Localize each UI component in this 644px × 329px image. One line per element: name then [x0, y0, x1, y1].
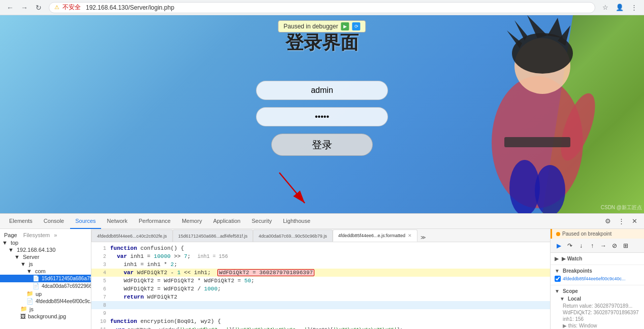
tree-item-file1[interactable]: 📄 15d61712450a686a7f3... 8	[0, 275, 91, 282]
settings-button[interactable]: ⚙	[602, 216, 614, 227]
scope-label: Scope	[563, 288, 578, 294]
tree-item-bg[interactable]: 🖼 background.jpg	[0, 313, 91, 320]
tab-application[interactable]: Application	[208, 214, 246, 229]
watch-expand-icon: ▶	[555, 256, 559, 261]
line-num-1: 1	[93, 246, 106, 251]
address-bar[interactable]: ⚠ 不安全 192.168.64.130/Server/login.php	[49, 2, 595, 13]
tree-expand-js: ▼	[20, 261, 26, 267]
tree-item-top[interactable]: ▼ top	[0, 239, 91, 246]
step-over-button[interactable]: ↷	[565, 241, 575, 251]
login-button[interactable]: 登录	[271, 134, 373, 156]
code-line-7: 7 return WdFDiQkT2	[91, 293, 550, 301]
code-line-10: 10 function encryption(Boq01, wy2) {	[91, 317, 550, 325]
tree-item-ip[interactable]: ▼ 192.168.64.130	[0, 246, 91, 253]
bookmark-button[interactable]: ☆	[599, 2, 611, 14]
tree-item-file2[interactable]: 📄 4dca00da67c69229669...	[0, 282, 91, 290]
login-form: 登录	[256, 81, 388, 156]
local-toggle[interactable]: ▼ Local	[555, 295, 640, 303]
more-debug-button[interactable]: ⊞	[621, 241, 631, 251]
debugger-step-button[interactable]: ⟳	[352, 22, 361, 30]
watch-label: ▶ Watch	[562, 256, 582, 261]
devtools-tab-bar: Elements Console Sources Network Perform…	[0, 214, 644, 229]
code-line-6: 6 WdFDiQkT2 = WdFDiQkT2 / 1000;	[91, 285, 550, 293]
profile-button[interactable]: 👤	[614, 2, 626, 14]
tree-label-file3: 4fdeddb85f44ee6f00c9c...	[36, 299, 91, 304]
watch-toggle[interactable]: ▶ ▶ Watch	[555, 255, 640, 262]
password-input[interactable]	[256, 107, 388, 126]
src-tab-1[interactable]: 4fdeddb85f44ee6...c40c2c802fe.js	[91, 229, 173, 242]
breakpoint-checkbox[interactable]	[555, 276, 561, 282]
wdf-label: WdFDiQkT2: 3602879701896397	[563, 310, 639, 315]
tab-console[interactable]: Console	[39, 214, 69, 229]
devtools: Elements Console Sources Network Perform…	[0, 213, 644, 329]
line-content-6: WdFDiQkT2 = WdFDiQkT2 / 1000;	[110, 286, 221, 292]
tree-item-server[interactable]: ▼ Server	[0, 253, 91, 260]
code-line-4: 4 var WdFDiQkT2 - 1 << inh1; WdFDiQkT2 =…	[91, 269, 550, 277]
more-sources-button[interactable]: »	[54, 232, 57, 238]
page-tab[interactable]: Page	[4, 232, 17, 238]
tree-label-file1: 15d61712450a686a7f3...	[42, 276, 91, 281]
src-tab-4[interactable]: 4fdeddb85f44ee6...e.js:formatted ✕	[333, 229, 417, 242]
tree-label-server: Server	[23, 254, 39, 260]
tab-elements[interactable]: Elements	[4, 214, 38, 229]
deactivate-button[interactable]: ⊘	[609, 241, 620, 251]
step-out-button[interactable]: ↑	[587, 241, 597, 251]
tree-expand-top: ▼	[2, 240, 8, 246]
devtools-body: Page Filesystem » ▼ top ▼ 192.168.64.130…	[0, 229, 644, 329]
username-input[interactable]	[256, 81, 388, 100]
tree-item-js[interactable]: ▼ js	[0, 260, 91, 268]
tree-expand-ip: ▼	[8, 247, 14, 253]
reload-button[interactable]: ↻	[33, 2, 45, 14]
tree-header: Page Filesystem »	[0, 231, 91, 239]
resume-button[interactable]: ▶	[554, 241, 564, 251]
tab-network[interactable]: Network	[102, 214, 133, 229]
line-num-9: 9	[93, 311, 106, 316]
source-tab-overflow[interactable]: ≫	[417, 233, 429, 242]
back-button[interactable]: ←	[4, 2, 16, 14]
menu-button[interactable]: ⋮	[628, 2, 640, 14]
src-tab-4-close[interactable]: ✕	[408, 233, 412, 238]
watch-section: ▶ ▶ Watch	[551, 253, 644, 265]
address-text: 192.168.64.130/Server/login.php	[86, 4, 174, 11]
tree-expand-com: ▼	[26, 268, 32, 274]
breakpoints-toggle[interactable]: ▼ Breakpoints	[555, 267, 640, 275]
line-num-2: 2	[93, 254, 106, 259]
source-code[interactable]: 1 function confusion() { 2 var inh1 = 10…	[91, 242, 550, 329]
line-content-1: function confusion() {	[110, 245, 184, 251]
browser-chrome: ← → ↻ ⚠ 不安全 192.168.64.130/Server/login.…	[0, 0, 644, 15]
src-tab-3[interactable]: 4dca00da67c69...90c50c96b79.js	[253, 229, 333, 242]
highlight-box-1: WdFDiQkT2 = 3602879701896397	[217, 269, 314, 276]
scope-toggle[interactable]: ▼ Scope	[555, 287, 640, 295]
line-num-4: 4	[93, 270, 106, 276]
tab-performance[interactable]: Performance	[134, 214, 176, 229]
tab-memory[interactable]: Memory	[177, 214, 207, 229]
src-tab-2-label: 15d61712450a686...adf4fef581f.js	[178, 234, 248, 239]
security-icon: ⚠	[54, 4, 59, 11]
forward-button[interactable]: →	[18, 2, 30, 14]
tab-lighthouse[interactable]: Lighthouse	[278, 214, 315, 229]
more-options-button[interactable]: ⋮	[616, 216, 627, 227]
tree-item-up[interactable]: 📁 up	[0, 290, 91, 298]
tree-label-bg: background.jpg	[28, 313, 66, 319]
line-num-3: 3	[93, 262, 106, 268]
page-area: Paused in debugger ▶ ⟳ 登录界面 登录 CSDN @新工匠…	[0, 15, 644, 213]
src-tab-2[interactable]: 15d61712450a686...adf4fef581f.js	[173, 229, 253, 242]
tab-security[interactable]: Security	[246, 214, 277, 229]
tree-item-file3[interactable]: 📄 4fdeddb85f44ee6f00c9c...	[0, 298, 91, 305]
red-arrow	[203, 168, 356, 208]
step-into-button[interactable]: ↓	[576, 241, 586, 251]
step-button[interactable]: →	[598, 241, 608, 251]
close-devtools-button[interactable]: ✕	[629, 216, 640, 227]
return-value-label: Return value: 360287970189...	[563, 303, 632, 309]
filesystem-tab[interactable]: Filesystem	[23, 232, 50, 238]
debugger-resume-button[interactable]: ▶	[341, 22, 349, 30]
tree-label-up: up	[36, 291, 42, 297]
file-tree: Page Filesystem » ▼ top ▼ 192.168.64.130…	[0, 229, 91, 329]
line-content-7: return WdFDiQkT2	[110, 294, 177, 300]
tab-sources[interactable]: Sources	[70, 214, 101, 229]
tree-label-js: js	[29, 261, 33, 267]
source-tabs: 4fdeddb85f44ee6...c40c2c802fe.js 15d6171…	[91, 229, 550, 242]
tree-item-js2[interactable]: 📁 js	[0, 305, 91, 313]
tree-item-com[interactable]: ▼ com	[0, 268, 91, 275]
src-tab-1-label: 4fdeddb85f44ee6...c40c2c802fe.js	[97, 234, 167, 239]
